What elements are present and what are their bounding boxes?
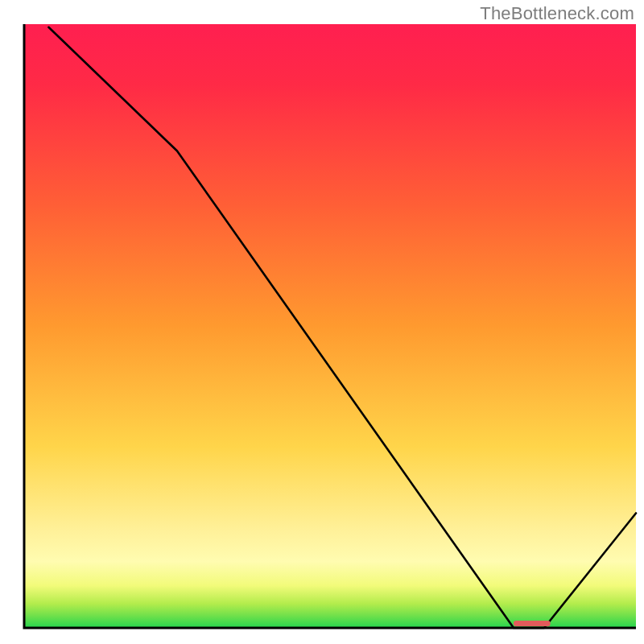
bottleneck-chart (0, 0, 644, 644)
chart-background (24, 24, 636, 628)
chart-container: TheBottleneck.com (0, 0, 644, 644)
optimum-marker (514, 621, 551, 626)
